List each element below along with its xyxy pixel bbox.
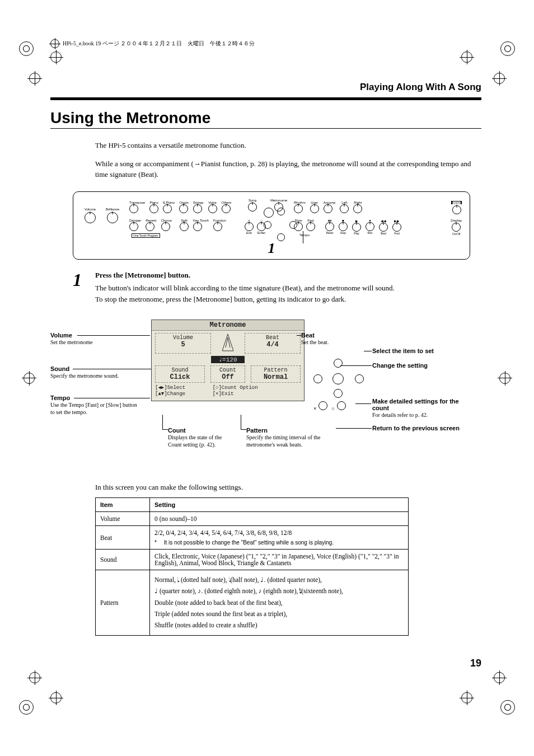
intro-p2: While a song or accompaniment (→Pianist … <box>95 158 481 180</box>
label-play: Play <box>352 232 361 235</box>
cell-beat-note: It is not possible to change the "Beat" … <box>164 539 334 546</box>
register-mark-icon <box>50 39 59 48</box>
voice-knob-icon <box>208 204 217 213</box>
reverb-knob-icon <box>146 222 154 231</box>
function-knob-icon <box>213 222 222 231</box>
panel-marker-1: 1 <box>268 240 275 257</box>
step-number-1: 1 <box>73 271 95 307</box>
callout-select: Select the item to set <box>372 348 434 354</box>
organ-knob-icon <box>179 204 188 213</box>
exit-knob-icon <box>245 222 254 231</box>
label-reverb: Reverb <box>146 219 156 222</box>
label-stop: Stop <box>339 231 348 234</box>
lcd-legend-select: [◀▶]Select <box>155 385 185 391</box>
label-volume: Volume <box>85 208 96 211</box>
label-rec: Rec <box>366 231 374 234</box>
lcd-pattern-label: Pattern <box>251 367 300 373</box>
lcd-count-cell: CountOff <box>210 365 245 383</box>
step-1-title: Press the [Metronome] button. <box>95 271 481 280</box>
lcd-pattern-value: Normal <box>251 373 300 381</box>
callout-volume: Volume Set the metronome <box>50 332 93 346</box>
label-chorus: Chorus <box>161 219 172 222</box>
label-onetouch: One Touch Program <box>132 233 160 238</box>
cell-beat-setting: 2/2, 0/4, 2/4, 3/4, 4/4, 5/4, 6/4, 7/4, … <box>150 526 409 550</box>
song-knob-icon <box>248 203 257 212</box>
others-knob-icon <box>222 204 231 213</box>
lcd-volume-label: Volume <box>156 335 210 341</box>
transpose-knob-icon <box>129 204 138 213</box>
pattern-t4: (quarter note), <box>160 588 198 594</box>
callout-volume-desc: Set the metronome <box>50 339 93 346</box>
label-brilliance: Brilliance <box>106 208 119 211</box>
intro-p1: The HPi-5 contains a versatile metronome… <box>95 140 481 151</box>
page-title: Using the Metronome <box>50 109 481 127</box>
eighth-note-icon: ♪ <box>259 588 262 594</box>
damper-knob-icon <box>129 222 138 231</box>
panel-illustration: Volume Brilliance Transpose Piano E.Pian… <box>73 191 470 260</box>
callout-count-option: Make detailed settings for the count For… <box>372 398 462 419</box>
svg-marker-0 <box>222 334 233 351</box>
lcd-volume-value: 5 <box>156 341 210 349</box>
cell-volume-item: Volume <box>96 512 150 526</box>
callout-count-option-desc: For details refer to p. 42. <box>372 411 462 419</box>
lcd-legend-change: [▲▼]Change <box>155 391 185 397</box>
split-knob-icon <box>180 222 189 231</box>
rhythm-knob-icon <box>294 204 303 213</box>
intro-block: The HPi-5 contains a versatile metronome… <box>95 140 481 180</box>
cell-sound-item: Sound <box>96 550 150 570</box>
cell-beat-line1: 2/2, 0/4, 2/4, 3/4, 4/4, 5/4, 6/4, 7/4, … <box>154 529 404 536</box>
piano-knob-icon <box>149 204 158 213</box>
enter-button-icon <box>337 401 346 410</box>
exit-button-icon <box>318 401 327 410</box>
display-knob-icon <box>452 223 461 232</box>
slow-knob-icon <box>294 222 303 231</box>
cursor-pad-diagram-icon <box>313 359 364 398</box>
user-knob-icon <box>310 204 319 213</box>
lcd-pattern-cell: PatternNormal <box>251 365 301 383</box>
left-knob-icon <box>340 204 349 213</box>
dotted-eighth-note-icon: ♪. <box>198 588 203 594</box>
display-top-knob-icon <box>452 205 461 214</box>
fwd-knob-icon <box>392 223 401 232</box>
label-onoff: On/Off <box>451 232 462 236</box>
pattern-t6: (eighth note), <box>263 588 299 594</box>
callout-pattern: Pattern Specify the timing interval of t… <box>246 427 325 448</box>
pattern-t0: Normal, <box>154 576 177 583</box>
pattern-t3: (dotted quarter note), <box>267 576 321 583</box>
lcd-legend-count: [○]Count Option <box>213 385 258 391</box>
accomp-knob-icon <box>324 204 332 213</box>
lcd-beat-value: 4/4 <box>245 341 300 349</box>
label-function: Function <box>213 219 226 222</box>
label-exit: Exit <box>245 231 254 234</box>
callout-count-option-title: Make detailed settings for the count <box>372 398 462 411</box>
callout-return: Return to the previous screen <box>372 425 460 431</box>
cell-pattern-setting: Normal, 𝅗𝅥. (dotted half note), 𝅗𝅥 (half… <box>150 570 409 636</box>
step-1-p2: To stop the metronome, press the [Metron… <box>95 294 481 305</box>
lcd-count-label: Count <box>211 367 245 373</box>
callout-count-desc: Displays the state of the Count setting … <box>168 434 235 448</box>
metronome-knob-icon <box>274 203 283 212</box>
pattern-line3: Double (note added to back beat of the f… <box>154 598 404 608</box>
table-row-beat: Beat 2/2, 0/4, 2/4, 3/4, 4/4, 5/4, 6/4, … <box>96 526 409 550</box>
chorus-knob-icon <box>161 222 170 231</box>
callout-return-title: Return to the previous screen <box>372 425 460 431</box>
section-header: Playing Along With A Song <box>50 82 481 93</box>
cell-beat-item: Beat <box>96 526 150 550</box>
right-knob-icon <box>353 204 362 213</box>
lcd-count-value: Off <box>211 373 245 381</box>
lcd-volume-cell: Volume5 <box>155 333 211 354</box>
pattern-t1: (dotted half note), <box>181 576 229 583</box>
label-enter: Enter <box>257 231 266 234</box>
lcd-tempo: ♩=120 <box>211 356 245 363</box>
table-row-volume: Volume 0 (no sound)–10 <box>96 512 409 526</box>
rec-knob-icon <box>366 222 374 231</box>
callout-pattern-desc: Specify the timing interval of the metro… <box>246 434 325 448</box>
enter-knob-icon <box>257 222 266 231</box>
label-others: Others <box>222 201 232 204</box>
label-tempo: Tempo <box>299 233 310 237</box>
volume-knob-icon <box>85 212 96 223</box>
dotted-half-note-icon: 𝅗𝅥. <box>177 576 179 583</box>
lcd-title: Metronome <box>152 320 304 331</box>
step-1-p1: The button's indicator will blink accord… <box>95 283 481 294</box>
label-rhythm: Rhythm <box>294 201 306 204</box>
